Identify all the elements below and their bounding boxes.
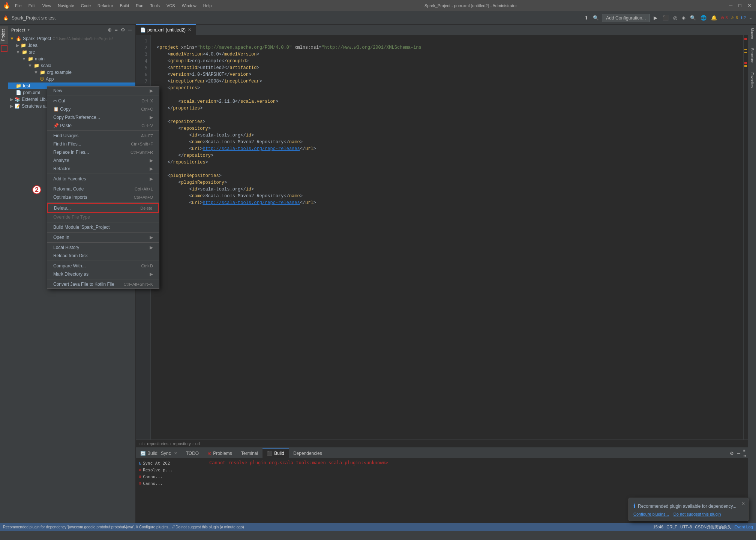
menu-edit[interactable]: Edit — [26, 3, 38, 8]
ctx-analyze[interactable]: Analyze ▶ — [47, 156, 159, 165]
breadcrumb-repository[interactable]: repository — [173, 441, 191, 446]
info-count[interactable]: ℹ 2 — [740, 15, 747, 20]
update-icon[interactable]: ⬆ — [583, 15, 590, 21]
maven-tab[interactable]: Maven — [749, 25, 755, 42]
ctx-optimize-imports[interactable]: Optimize Imports Ctrl+Alt+O — [47, 193, 159, 201]
settings-button[interactable]: 🌐 — [699, 15, 708, 21]
do-not-suggest-link[interactable]: Do not suggest this plugin — [674, 512, 721, 516]
tree-item-idea[interactable]: ▶ 📁 .idea — [8, 42, 135, 49]
notifications-button[interactable]: 🔔 — [710, 15, 718, 21]
tab-close-button[interactable]: ✕ — [188, 27, 191, 32]
search-everywhere-button[interactable]: 🔍 — [688, 15, 698, 21]
add-configuration-button[interactable]: Add Configuration... — [602, 14, 650, 22]
btab-dependencies[interactable]: Dependencies — [289, 448, 327, 459]
menu-help[interactable]: Help — [201, 3, 214, 8]
ctx-find-usages[interactable]: Find Usages Alt+F7 — [47, 132, 159, 140]
menu-file[interactable]: File — [13, 3, 24, 8]
close-button[interactable]: ✕ — [746, 3, 753, 8]
menu-build[interactable]: Build — [118, 3, 131, 8]
tree-item-src[interactable]: ▼ 📁 src — [8, 49, 135, 56]
collapse-icon[interactable]: ≡ — [114, 26, 118, 33]
bookmark-icon — [1, 45, 8, 52]
menu-window[interactable]: Window — [180, 3, 199, 8]
ctx-add-favorites[interactable]: Add to Favorites ▶ — [47, 175, 159, 183]
ctx-replace-files[interactable]: Replace in Files... Ctrl+Shift+R — [47, 148, 159, 156]
error-count[interactable]: ⊗ 3 — [720, 15, 728, 20]
hide-panel-icon[interactable]: ─ — [128, 26, 132, 33]
ctx-local-history[interactable]: Local History ▶ — [47, 243, 159, 252]
code-editor[interactable]: <project xmlns="http://maven.apache.org/… — [151, 35, 743, 440]
build-cannot-item-1[interactable]: ⊗ Canno... — [139, 473, 203, 480]
coverage-button[interactable]: ◈ — [680, 15, 687, 21]
menu-tools[interactable]: Tools — [148, 3, 162, 8]
ctx-open-in[interactable]: Open In ▶ — [47, 233, 159, 242]
ctx-reformat[interactable]: Reformat Code Ctrl+Alt+L — [47, 185, 159, 193]
ctx-copy-path[interactable]: Copy Path/Reference... ▶ — [47, 113, 159, 122]
build-panel-settings[interactable]: ⚙ — [728, 451, 735, 456]
ctx-cut[interactable]: ✂ Cut Ctrl+X — [47, 97, 159, 105]
build-sync-item[interactable]: ↻ Sync At 202 — [139, 460, 203, 466]
editor[interactable]: 1234567891011121314151617181920212223242… — [136, 35, 748, 440]
ctx-build-module[interactable]: Build Module 'Spark_Project' — [47, 223, 159, 231]
maximize-button[interactable]: □ — [737, 3, 743, 8]
ctx-convert-kotlin[interactable]: Convert Java File to Kotlin File Ctrl+Al… — [47, 280, 159, 288]
panel-filter-icon[interactable]: ≡ — [743, 448, 746, 453]
tree-item-scala[interactable]: ▼ 📁 scala — [8, 62, 135, 69]
ctx-mark-directory[interactable]: Mark Directory as ▶ — [47, 270, 159, 278]
project-label: Project — [11, 28, 25, 32]
btab-build[interactable]: ⬛ Build — [262, 448, 289, 459]
run-button[interactable]: ▶ — [651, 15, 660, 21]
locate-icon[interactable]: ⊕ — [107, 26, 112, 33]
search-icon[interactable]: 🔍 — [591, 15, 600, 21]
breadcrumb-ct: ct — [140, 441, 143, 446]
ctx-reload-disk[interactable]: Reload from Disk — [47, 252, 159, 260]
menu-navigate[interactable]: Navigate — [56, 3, 76, 8]
menu-view[interactable]: View — [40, 3, 54, 8]
ctx-refactor[interactable]: Refactor ▶ — [47, 165, 159, 173]
tree-item-app[interactable]: ⦿ App — [8, 76, 135, 82]
btab-terminal[interactable]: Terminal — [237, 448, 262, 459]
build-cannot-item-2[interactable]: ⊗ Canno... — [139, 480, 203, 487]
warning-count[interactable]: ⚠ 6 — [730, 15, 739, 20]
tab-pom-xml[interactable]: 📄 pom.xml (untitled2) ✕ — [136, 24, 196, 35]
tree-item-main[interactable]: ▼ 📁 main — [8, 56, 135, 62]
ctx-copy[interactable]: 📋 Copy Ctrl+C — [47, 105, 159, 113]
btab-build-sync[interactable]: 🔄 Build: Sync ✕ — [136, 448, 182, 459]
event-log-button[interactable]: Event Log — [734, 525, 753, 529]
btab-problems[interactable]: ⊗ Problems — [203, 448, 237, 459]
expand-icon[interactable]: ⌄ — [748, 15, 753, 20]
menu-run[interactable]: Run — [134, 3, 146, 8]
project-dropdown[interactable]: ▼ — [27, 28, 30, 32]
menu-vcs[interactable]: VCS — [164, 3, 177, 8]
tab-label: pom.xml (untitled2) — [147, 27, 186, 33]
settings-icon[interactable]: ⚙ — [120, 26, 126, 33]
breadcrumb-url[interactable]: url — [195, 441, 200, 446]
structure-tab[interactable]: Structure — [749, 45, 755, 66]
debug-button[interactable]: ⬛ — [661, 15, 670, 21]
configure-plugins-link[interactable]: Configure plugins... — [633, 512, 669, 516]
build-resolve-item[interactable]: ⊗ Resolve p... — [139, 466, 203, 473]
breadcrumb-repositories[interactable]: repositories — [147, 441, 168, 446]
menu-code[interactable]: Code — [79, 3, 93, 8]
panel-wrap-icon[interactable]: ⇔ — [743, 454, 746, 458]
build-panel-hide[interactable]: ─ — [735, 451, 742, 456]
tree-item-org-example[interactable]: ▼ 📁 org.example — [8, 69, 135, 76]
ctx-new[interactable]: New ▶ — [47, 87, 159, 95]
ctx-paste[interactable]: 📌 Paste Ctrl+V — [47, 122, 159, 130]
ctx-find-files[interactable]: Find in Files... Ctrl+Shift+F — [47, 140, 159, 148]
notification-close-button[interactable]: ✕ — [741, 501, 745, 506]
menu-refactor[interactable]: Refactor — [95, 3, 116, 8]
ctx-compare-with[interactable]: Compare With... Ctrl+D — [47, 262, 159, 270]
minimize-button[interactable]: ─ — [728, 3, 734, 8]
cannot-label-2: Canno... — [143, 481, 163, 486]
btab-todo[interactable]: TODO — [182, 448, 203, 459]
project-tab[interactable]: Project — [0, 26, 8, 44]
project-icon: 🔥 — [16, 36, 21, 41]
status-charset[interactable]: UTF-8 — [680, 525, 692, 529]
status-crlf[interactable]: CRLF — [666, 525, 677, 529]
profile-button[interactable]: ◎ — [672, 15, 679, 21]
favorites-tab[interactable]: Favorites — [749, 69, 755, 91]
ctx-delete[interactable]: Delete... Delete — [47, 203, 159, 213]
tree-item-spark-project[interactable]: ▼ 🔥 Spark_Project C:\Users\Administrator… — [8, 35, 135, 42]
title-bar-left: 🔥 File Edit View Navigate Code Refactor … — [3, 2, 214, 9]
